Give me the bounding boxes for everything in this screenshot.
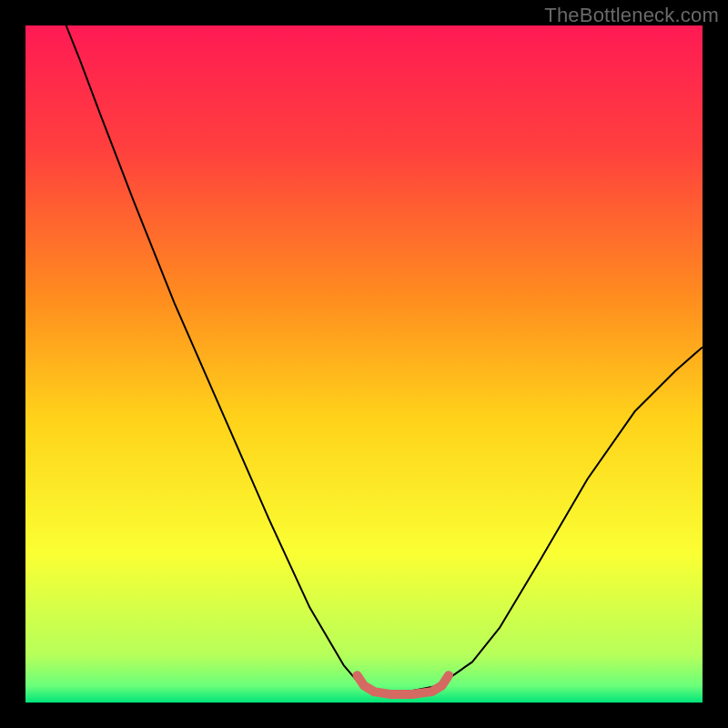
plot-background — [25, 25, 703, 703]
chart-frame: TheBottleneck.com — [0, 0, 728, 728]
attribution-text: TheBottleneck.com — [544, 4, 719, 27]
bottleneck-plot — [25, 25, 703, 703]
